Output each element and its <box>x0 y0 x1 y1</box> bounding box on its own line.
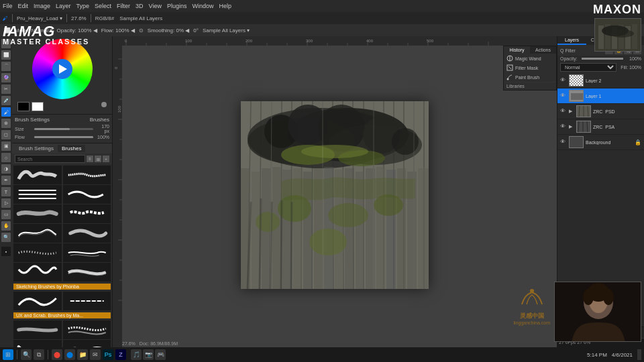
taskbar-mail[interactable]: ✉ <box>90 349 101 360</box>
layer-vis-1[interactable]: 👁 <box>560 93 567 99</box>
opt-airbrush[interactable]: ⊙ <box>139 27 144 34</box>
tool-fg-color[interactable]: ▪ <box>1 247 11 256</box>
menu-item-image[interactable]: Image <box>34 3 50 9</box>
tool-hand[interactable]: ✋ <box>1 221 11 231</box>
layer-item-background[interactable]: 👁 Background 🔒 <box>557 135 644 150</box>
taskbar-edge[interactable]: ⬤ <box>64 349 75 360</box>
brush-thumb-6[interactable] <box>63 204 111 223</box>
tool-crop[interactable]: ✂ <box>1 84 11 94</box>
tool-zoom[interactable]: 🔍 <box>1 233 11 242</box>
brush-thumb-8[interactable] <box>63 224 111 243</box>
toolbar-preset[interactable]: Pru_Heavy_Load ▾ <box>17 15 62 21</box>
show-desktop-btn[interactable] <box>637 349 641 360</box>
play-button[interactable] <box>52 59 72 79</box>
layer-item-2[interactable]: 👁 Layer 2 <box>557 73 644 88</box>
tool-brush[interactable]: 🖌 <box>1 107 11 117</box>
brush-thumb-17[interactable] <box>13 340 62 347</box>
tool-dodge[interactable]: ◑ <box>1 164 11 174</box>
layers-tab[interactable]: Layers <box>557 36 586 45</box>
brush-thumb-7[interactable] <box>13 224 62 243</box>
layer-vis-zrc-psa[interactable]: 👁 <box>560 123 567 130</box>
menu-item-select[interactable]: Select <box>95 3 111 9</box>
taskbar-search[interactable]: 🔍 <box>21 349 32 360</box>
brush-thumb-5[interactable] <box>13 204 62 223</box>
menu-item-3d[interactable]: 3D <box>136 3 144 9</box>
size-slider[interactable] <box>34 128 93 130</box>
taskbar-start[interactable]: ⊞ <box>3 349 13 360</box>
grid-view-icon[interactable]: ⊞ <box>95 156 101 162</box>
layer-vis-background[interactable]: 👁 <box>560 139 567 145</box>
list-view-icon[interactable]: ≡ <box>87 156 93 162</box>
menu-item-window[interactable]: Window <box>193 3 214 9</box>
tool-eraser[interactable]: ◻ <box>1 130 11 139</box>
brush-thumb-9[interactable] <box>13 243 62 262</box>
taskbar-app-1[interactable]: 🎵 <box>131 349 142 360</box>
canvas-area[interactable]: 0 100 200 300 400 500 <box>113 36 557 347</box>
menu-item-edit[interactable]: Edit <box>18 3 29 9</box>
layer-vis-zrc-psd[interactable]: 👁 <box>560 108 567 115</box>
brush-thumb-18[interactable] <box>63 340 111 347</box>
taskbar-app-2[interactable]: 📷 <box>143 349 154 360</box>
history-item-2[interactable]: Filter Mask <box>504 63 556 72</box>
tool-path-select[interactable]: ▷ <box>1 198 11 208</box>
opt-sample[interactable]: Sample All Layers ▾ <box>203 27 250 34</box>
layer-expand-icon-2[interactable]: ▶ <box>569 124 574 129</box>
tool-text[interactable]: T <box>1 187 11 196</box>
menu-item-layer[interactable]: Layer <box>56 3 71 9</box>
tool-clone[interactable]: ⊕ <box>1 119 11 128</box>
bg-swatch[interactable] <box>32 102 44 111</box>
color-wheel-container[interactable] <box>32 39 93 99</box>
fg-swatch[interactable] <box>17 102 30 111</box>
add-brush-icon[interactable]: + <box>103 156 109 162</box>
layer-item-1[interactable]: 👁 Layer 1 <box>557 88 644 104</box>
opt-smoothing[interactable]: Smoothing: 0% ◀ <box>148 27 189 34</box>
layer-expand-icon[interactable]: ▶ <box>569 109 574 114</box>
brush-thumb-4[interactable] <box>63 185 111 204</box>
taskbar-chrome[interactable]: ⬤ <box>52 349 62 360</box>
actions-tab[interactable]: Actions <box>530 46 556 54</box>
brush-thumb-14[interactable] <box>63 292 111 310</box>
layer-item-zrc-psd[interactable]: 👁 ▶ ZRC_PSD <box>557 104 644 119</box>
tool-eyedropper[interactable]: 💉 <box>1 96 11 105</box>
tool-wand[interactable]: 🔮 <box>1 73 11 82</box>
opt-flow[interactable]: Flow: 100% ◀ <box>101 27 135 34</box>
layer-vis-2[interactable]: 👁 <box>560 77 567 84</box>
tool-shape[interactable]: ▭ <box>1 210 11 219</box>
menu-item-plugins[interactable]: Plugins <box>167 3 187 9</box>
brush-thumb-15[interactable] <box>13 320 62 339</box>
history-tab[interactable]: History <box>504 46 530 54</box>
flow-slider[interactable] <box>34 136 93 138</box>
layer-item-zrc-psa[interactable]: 👁 ▶ ZRC_PSA <box>557 119 644 135</box>
menu-item-help[interactable]: Help <box>219 3 232 9</box>
tool-select-rect[interactable]: ⬜ <box>1 50 11 60</box>
zoom-display[interactable]: 27.6% <box>122 341 136 346</box>
brush-thumb-12[interactable] <box>63 263 111 282</box>
opt-angle[interactable]: 0° <box>193 27 199 34</box>
brushes-label[interactable]: Brushes <box>90 117 109 123</box>
brush-thumb-3[interactable] <box>13 185 62 204</box>
taskbar-taskview[interactable]: ⧉ <box>34 349 44 360</box>
taskbar-zbrush[interactable]: Z <box>115 349 126 360</box>
brush-thumb-10[interactable] <box>63 243 111 262</box>
menu-item-type[interactable]: Type <box>76 3 90 9</box>
brush-thumb-13[interactable] <box>13 292 62 310</box>
blend-mode-select[interactable]: Normal <box>560 63 616 72</box>
preset-tab-brushes[interactable]: Brushes <box>58 145 85 152</box>
opacity-slider[interactable] <box>582 58 623 60</box>
menu-item-filter[interactable]: Filter <box>117 3 130 9</box>
brush-thumb-1[interactable] <box>13 166 62 184</box>
tool-gradient[interactable]: ▣ <box>1 141 11 151</box>
taskbar-explorer[interactable]: 📁 <box>77 349 88 360</box>
menu-item-file[interactable]: File <box>3 3 13 9</box>
brush-thumb-11[interactable] <box>13 263 62 282</box>
search-input[interactable] <box>15 155 85 163</box>
tool-blur[interactable]: ○ <box>1 153 11 162</box>
brush-thumb-16[interactable] <box>63 320 111 339</box>
history-item-3[interactable]: Paint Brush <box>504 72 556 82</box>
history-item-1[interactable]: Magic Wand <box>504 54 556 63</box>
tool-pen[interactable]: ✒ <box>1 176 11 185</box>
taskbar-photoshop[interactable]: Ps <box>103 349 113 360</box>
brush-thumb-2[interactable] <box>63 166 111 184</box>
tool-lasso[interactable]: ⌒ <box>1 62 11 71</box>
taskbar-app-3[interactable]: 🎮 <box>155 349 166 360</box>
